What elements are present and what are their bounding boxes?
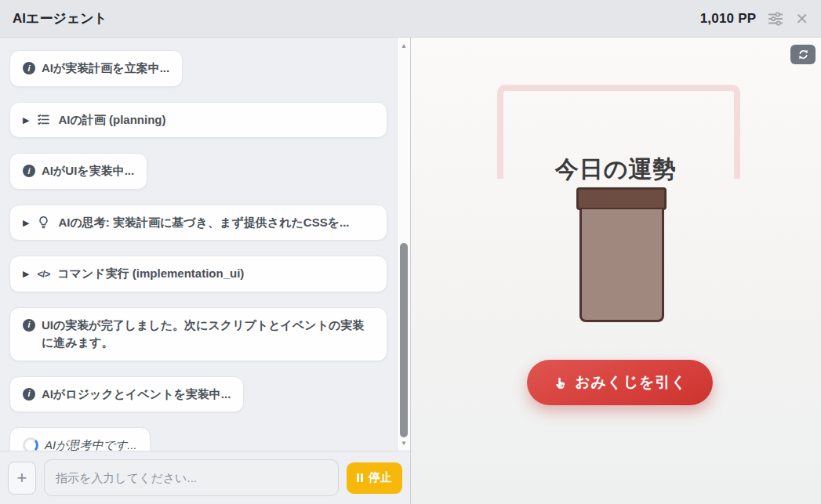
omikuji-box-lid bbox=[576, 187, 667, 210]
main-area: i AIが実装計画を立案中... ▶ AIの計画 (planning) i bbox=[0, 38, 821, 504]
info-icon: i bbox=[23, 165, 35, 177]
status-message: i AIがUIを実装中... bbox=[9, 153, 147, 190]
chat-scrollbar[interactable]: ▲ ▼ bbox=[397, 38, 410, 451]
window-title: AIエージェント bbox=[13, 9, 107, 27]
list-check-icon bbox=[37, 113, 50, 126]
message-text: コマンド実行 (implementation_ui) bbox=[57, 265, 244, 283]
code-icon: </> bbox=[37, 267, 49, 282]
message-text: AIの思考: 実装計画に基づき、まず提供されたCSSを... bbox=[58, 214, 349, 232]
fortune-app-title: 今日の運勢 bbox=[411, 154, 821, 186]
message-text: AIが実装計画を立案中... bbox=[42, 60, 169, 78]
title-bar: AIエージェント 1,010 PP ✕ bbox=[0, 0, 821, 38]
status-message: i AIが実装計画を立案中... bbox=[9, 50, 183, 87]
caret-right-icon: ▶ bbox=[23, 216, 29, 230]
instruction-input[interactable] bbox=[44, 459, 339, 496]
status-message: i UIの実装が完了しました。次にスクリプトとイベントの実装に進みます。 bbox=[9, 307, 387, 361]
pause-icon bbox=[357, 473, 363, 482]
status-message: i AIがロジックとイベントを実装中... bbox=[9, 376, 244, 413]
app-preview-panel: 今日の運勢 おみくじを引く bbox=[410, 38, 821, 504]
expander-ai-thought[interactable]: ▶ AIの思考: 実装計画に基づき、まず提供されたCSSを... bbox=[9, 205, 387, 241]
spinner-icon bbox=[23, 437, 38, 451]
message-text: AIの計画 (planning) bbox=[58, 111, 165, 129]
message-text: AIが思考中です... bbox=[45, 437, 137, 451]
info-icon: i bbox=[23, 388, 35, 401]
points-balance: 1,010 PP bbox=[700, 11, 757, 27]
expander-command-run[interactable]: ▶ </> コマンド実行 (implementation_ui) bbox=[9, 256, 387, 292]
composer-bar: + 停止 bbox=[0, 451, 410, 504]
agent-log-panel: i AIが実装計画を立案中... ▶ AIの計画 (planning) i bbox=[0, 38, 410, 504]
stop-button[interactable]: 停止 bbox=[347, 462, 402, 494]
info-icon: i bbox=[23, 62, 35, 74]
ai-agent-window: AIエージェント 1,010 PP ✕ i A bbox=[0, 0, 821, 504]
draw-button-label: おみくじを引く bbox=[575, 372, 687, 393]
caret-right-icon: ▶ bbox=[23, 267, 29, 281]
message-text: UIの実装が完了しました。次にスクリプトとイベントの実装に進みます。 bbox=[42, 317, 374, 352]
message-text: AIがロジックとイベントを実装中... bbox=[42, 386, 231, 404]
scrollbar-thumb[interactable] bbox=[400, 243, 408, 437]
agent-log-scroll-area: i AIが実装計画を立案中... ▶ AIの計画 (planning) i bbox=[0, 38, 410, 451]
lightbulb-icon bbox=[37, 216, 50, 229]
message-text: AIがUIを実装中... bbox=[42, 162, 134, 180]
info-icon: i bbox=[23, 319, 35, 332]
agent-message-list: i AIが実装計画を立案中... ▶ AIの計画 (planning) i bbox=[0, 38, 397, 451]
omikuji-box-body bbox=[579, 209, 664, 322]
header-controls: 1,010 PP ✕ bbox=[700, 10, 808, 27]
sliders-icon[interactable] bbox=[767, 10, 784, 27]
scroll-down-icon[interactable]: ▼ bbox=[398, 440, 410, 448]
caret-right-icon: ▶ bbox=[23, 114, 29, 127]
add-attachment-button[interactable]: + bbox=[8, 462, 36, 495]
thinking-indicator: AIが思考中です... bbox=[9, 427, 151, 451]
stop-button-label: 停止 bbox=[369, 470, 392, 485]
expander-planning[interactable]: ▶ AIの計画 (planning) bbox=[9, 102, 387, 139]
close-icon[interactable]: ✕ bbox=[795, 11, 808, 27]
hand-pointer-icon bbox=[553, 375, 568, 390]
scroll-up-icon[interactable]: ▲ bbox=[398, 42, 410, 50]
draw-omikuji-button[interactable]: おみくじを引く bbox=[527, 360, 713, 405]
refresh-icon[interactable] bbox=[790, 45, 816, 64]
